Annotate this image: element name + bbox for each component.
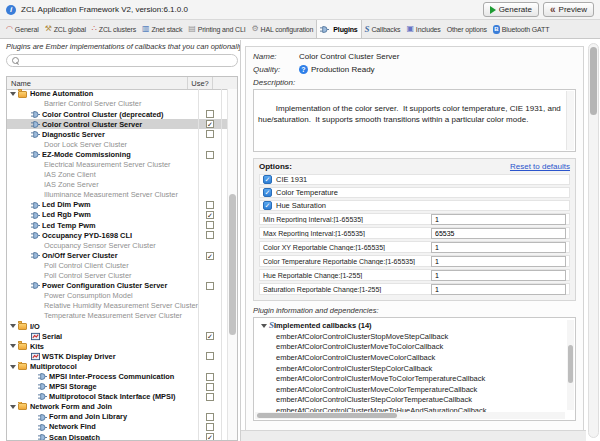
tree-item[interactable]: Poll Control Client Cluster [7,261,237,271]
use-checkbox[interactable] [206,373,214,381]
tree-item[interactable]: Poll Control Server Cluster [7,271,237,281]
expander-icon[interactable] [10,344,16,348]
callbacks-hscrollbar[interactable] [255,412,565,419]
tree-item[interactable]: Power Configuration Cluster Server [7,281,237,291]
tree-item[interactable]: Color Control Cluster Server✓ [7,119,237,129]
preview-button[interactable]: « Preview [543,2,594,17]
tree-item[interactable]: Illuminance Measurement Server Cluster [7,190,237,200]
tab-hal-configuration[interactable]: ⚙HAL configuration [248,20,316,38]
expander-icon[interactable] [10,92,16,96]
use-checkbox[interactable] [206,352,214,360]
use-checkbox[interactable]: ✓ [206,252,214,260]
tree-item[interactable]: Diagnostic Server [7,129,237,139]
use-checkbox[interactable] [206,221,214,229]
expander-icon[interactable] [10,324,16,328]
description-scrollbar[interactable] [566,91,574,150]
tab-label: Includes [416,26,441,33]
tree-item[interactable]: Form and Join Library [7,412,237,422]
tab-other-options[interactable]: Other options [444,20,490,38]
tab-plugins[interactable]: Plugins [316,20,361,38]
scrollbar-thumb[interactable] [229,194,236,334]
tab-znet-stack[interactable]: ▥Znet stack [139,20,185,38]
tab-label: Printing and CLI [198,26,246,33]
callbacks-vscrollbar[interactable] [567,320,574,410]
tree-item[interactable]: On/Off Server Cluster✓ [7,251,237,261]
scrollbar-thumb[interactable] [257,413,397,418]
tree-item-name-cell: Relative Humidity Measurement Server Clu… [7,301,198,311]
reset-to-defaults-link[interactable]: Reset to defaults [510,162,570,171]
tree-item[interactable]: Occupancy Sensor Server Cluster [7,240,237,250]
use-checkbox[interactable] [206,423,214,431]
tree-item[interactable]: WSTK Display Driver [7,351,237,361]
tree-item[interactable]: Network Form and Join [7,402,237,412]
tree-item[interactable]: MPSI Storage [7,382,237,392]
use-checkbox[interactable] [206,383,214,391]
tree-item[interactable]: IAS Zone Client [7,170,237,180]
tree-item[interactable]: Power Consumption Model [7,291,237,301]
tree-item[interactable]: Led Rgb Pwm✓ [7,210,237,220]
tree-item[interactable]: Color Control Cluster (deprecated) [7,109,237,119]
use-checkbox[interactable] [206,201,214,209]
tree-item-label: Power Configuration Cluster Server [42,282,167,289]
option-field-input[interactable] [431,214,566,225]
use-checkbox[interactable] [206,130,214,138]
option-field-input[interactable] [431,256,566,267]
tab-zcl-global[interactable]: ⚒ZCL global [42,20,89,38]
description-box[interactable]: Implementation of the color server. It s… [253,89,576,152]
option-checkbox[interactable]: ✓ [263,201,272,210]
tree-item[interactable]: MPSI Inter-Process Communication [7,372,237,382]
scrollbar-thumb[interactable] [590,47,597,115]
use-checkbox[interactable] [206,282,214,290]
tree-item[interactable]: Scan Dispatch✓ [7,432,237,440]
tab-zcl-clusters[interactable]: ∴ZCL clusters [89,20,139,38]
generate-button[interactable]: Generate [483,2,539,17]
tab-bluetooth-gatt[interactable]: BBluetooth GATT [490,20,553,38]
tab-general[interactable]: ◠General [3,20,42,38]
scrollbar-thumb[interactable] [568,345,573,383]
tree-item[interactable]: Occupancy PYD-1698 CLI [7,230,237,240]
plugin-search-input[interactable] [19,56,237,66]
tree-item[interactable]: Kits [7,341,237,351]
use-checkbox[interactable] [206,110,214,118]
tree-item[interactable]: Serial✓ [7,331,237,341]
tree-item[interactable]: Relative Humidity Measurement Server Clu… [7,301,237,311]
tab-printing-and-cli[interactable]: ▤Printing and CLI [185,20,248,38]
tree-item[interactable]: Multiprotocol [7,362,237,372]
option-field-input[interactable] [431,242,566,253]
expander-icon[interactable] [10,365,16,369]
option-checkbox[interactable]: ✓ [263,188,272,197]
tree-item[interactable]: Led Dim Pwm [7,200,237,210]
use-checkbox[interactable]: ✓ [206,211,214,219]
expander-icon[interactable] [261,324,267,328]
expander-icon[interactable] [10,405,16,409]
option-field-input[interactable] [431,284,566,295]
tab-callbacks[interactable]: SCallbacks [362,20,404,38]
tree-item[interactable]: Network Find [7,422,237,432]
tree-item-use-cell [198,230,222,240]
tree-item[interactable]: Temperature Measurement Server Cluster [7,311,237,321]
option-field-input[interactable] [431,228,566,239]
tab-includes[interactable]: ▣Includes [403,20,443,38]
tree-item[interactable]: Electrical Measurement Server Cluster [7,160,237,170]
option-checkbox[interactable]: ✓ [263,175,272,184]
use-checkbox[interactable]: ✓ [206,120,214,128]
detail-panel-scrollbar[interactable] [588,43,599,438]
use-checkbox[interactable] [206,413,214,421]
includes-icon: ▣ [406,25,413,33]
callbacks-group-header[interactable]: S Implemented callbacks (14) [258,320,575,331]
use-checkbox[interactable] [206,151,214,159]
use-checkbox[interactable]: ✓ [206,332,214,340]
use-checkbox[interactable] [206,231,214,239]
plugin-tree-scrollbar[interactable] [227,89,237,440]
tree-item[interactable]: Multiprotocol Stack Interface (MPSI) [7,392,237,402]
use-checkbox[interactable] [206,393,214,401]
use-checkbox[interactable]: ✓ [206,433,214,440]
tree-item[interactable]: Barrier Control Server Cluster [7,99,237,109]
tree-item[interactable]: I/O [7,321,237,331]
tree-item[interactable]: IAS Zone Server [7,180,237,190]
tree-item[interactable]: Home Automation [7,89,237,99]
tree-item[interactable]: EZ-Mode Commissioning [7,150,237,160]
option-field-input[interactable] [431,270,566,281]
tree-item[interactable]: Door Lock Server Cluster [7,139,237,149]
tree-item[interactable]: Led Temp Pwm [7,220,237,230]
